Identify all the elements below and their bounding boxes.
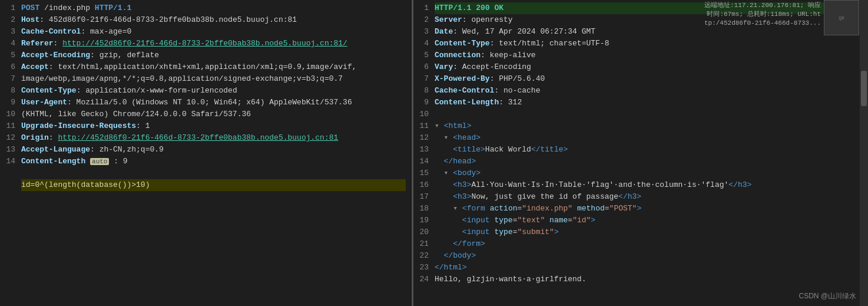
code-token: < bbox=[453, 180, 458, 189]
code-line: Accept-Encoding: gzip, deflate bbox=[21, 50, 406, 61]
line-number: 14 bbox=[0, 156, 15, 167]
code-token: : 9 bbox=[109, 157, 127, 166]
line-number: 5 bbox=[0, 50, 15, 61]
code-token: > bbox=[481, 145, 485, 154]
code-line: Content-Length auto : 9 bbox=[21, 156, 406, 167]
code-line: <h3>Now, just give the id of passage</h3… bbox=[435, 191, 854, 203]
code-token: Accept bbox=[21, 62, 49, 71]
right-scrollbar[interactable] bbox=[860, 0, 868, 306]
code-token: Date bbox=[435, 27, 453, 36]
code-token: : bbox=[54, 39, 63, 48]
code-token: > bbox=[462, 263, 467, 272]
line-number: 4 bbox=[413, 38, 429, 50]
code-token: : bbox=[39, 15, 49, 24]
code-token bbox=[85, 157, 90, 166]
code-token: : PHP/5.6.40 bbox=[490, 74, 545, 83]
line-number: 9 bbox=[0, 97, 15, 108]
code-line: Origin: http://452d86f0-21f6-466d-8733-2… bbox=[21, 132, 406, 144]
code-line bbox=[21, 167, 406, 179]
code-token: h3 bbox=[628, 192, 637, 201]
code-token: </ bbox=[444, 157, 453, 166]
code-token: Host bbox=[21, 15, 39, 24]
code-token: method bbox=[577, 204, 605, 213]
code-token: > bbox=[637, 204, 641, 213]
left-code-area: 1234567891011121314 POST /index.php HTTP… bbox=[0, 0, 412, 193]
code-token: < bbox=[462, 216, 467, 225]
left-panel: 1234567891011121314 POST /index.php HTTP… bbox=[0, 0, 412, 306]
code-token: : bbox=[77, 86, 86, 95]
code-token: Now, just give the id of passage bbox=[471, 192, 618, 201]
code-token: Referer bbox=[21, 39, 54, 48]
code-token: "POST" bbox=[609, 204, 637, 213]
code-token: Upgrade-Insecure-Requests bbox=[21, 121, 136, 130]
code-token: Hack World bbox=[485, 145, 531, 154]
code-token: http://452d86f0-21f6-466d-8733-2bffe0bab… bbox=[58, 133, 338, 142]
code-token: > bbox=[564, 145, 568, 154]
code-token: "id" bbox=[572, 216, 591, 225]
code-token: : keep-alive bbox=[481, 51, 536, 60]
line-number: 3 bbox=[413, 26, 429, 38]
code-token: Content-Type bbox=[21, 86, 77, 95]
line-number: 6 bbox=[0, 61, 15, 73]
right-panel: 远端地址:117.21.200.176:81; 响应 时间:67ms; 总耗时:… bbox=[413, 0, 868, 306]
line-number: 19 bbox=[413, 215, 429, 226]
code-token: > bbox=[481, 239, 485, 248]
line-number: 23 bbox=[413, 262, 429, 274]
line-number: 8 bbox=[0, 85, 15, 97]
code-token: Content-Length bbox=[21, 157, 85, 166]
line-number: 18 bbox=[413, 203, 429, 215]
code-token: application/x-www-form-urlencoded bbox=[85, 86, 237, 95]
code-token: : bbox=[49, 133, 58, 142]
code-line: ▾ <body> bbox=[435, 167, 854, 179]
code-line bbox=[435, 108, 854, 120]
code-token: action bbox=[490, 204, 518, 213]
code-token: ▾ bbox=[435, 121, 444, 130]
code-token: </ bbox=[728, 180, 738, 189]
code-token: : Wed, 17 Apr 2024 06:27:34 GMT bbox=[453, 27, 595, 36]
code-token: : gzip, deflate bbox=[90, 51, 159, 60]
line-number: 12 bbox=[413, 132, 429, 144]
code-token: : text/html; charset=UTF-8 bbox=[490, 39, 609, 48]
code-line: X-Powered-By: PHP/5.6.40 bbox=[435, 73, 854, 85]
code-token: h3 bbox=[458, 192, 467, 201]
code-token: title bbox=[458, 145, 481, 154]
code-token: All·You·Want·Is·In·Table·'flag'·and·the·… bbox=[471, 180, 728, 189]
auto-badge: auto bbox=[90, 158, 109, 165]
code-line: Connection: keep-alive bbox=[435, 50, 854, 61]
code-line: <input type="text" name="id"> bbox=[435, 215, 854, 226]
code-token: form bbox=[462, 239, 481, 248]
code-token: : Accept-Encoding bbox=[453, 62, 531, 71]
code-token: > bbox=[476, 169, 481, 177]
line-number: 10 bbox=[413, 108, 429, 120]
code-token: > bbox=[554, 228, 559, 236]
line-number: 14 bbox=[413, 156, 429, 167]
code-line: User-Agent: Mozilla/5.0 (Windows NT 10.0… bbox=[21, 97, 406, 108]
code-token bbox=[485, 204, 490, 213]
code-token bbox=[435, 157, 444, 166]
code-line: Accept-Language: zh-CN,zh;q=0.9 bbox=[21, 144, 406, 156]
line-number: 20 bbox=[413, 226, 429, 238]
code-token: ▾ bbox=[435, 133, 453, 142]
code-token bbox=[435, 145, 453, 154]
code-line: </head> bbox=[435, 156, 854, 167]
left-line-numbers: 1234567891011121314 bbox=[0, 2, 21, 191]
code-line: </html> bbox=[435, 262, 854, 274]
meta-line3: tp:/452d86f0-21f6-466d-8733... bbox=[704, 19, 821, 28]
code-token: > bbox=[637, 192, 641, 201]
code-token: > bbox=[591, 216, 595, 225]
code-token: body bbox=[453, 251, 471, 260]
code-line: Content-Type: application/x-www-form-url… bbox=[21, 85, 406, 97]
code-token: : Mozilla/5.0 (Windows NT 10.0; Win64; x… bbox=[67, 98, 356, 107]
right-code-lines: HTTP/1.1 200 OKServer: openrestyDate: We… bbox=[435, 2, 860, 285]
code-token: : 312 bbox=[499, 98, 522, 107]
left-code-lines: POST /index.php HTTP/1.1Host: 452d86f0-2… bbox=[21, 2, 412, 191]
code-token: </ bbox=[444, 251, 453, 260]
line-number: 12 bbox=[0, 132, 15, 144]
line-number: 21 bbox=[413, 238, 429, 250]
code-token: type bbox=[494, 228, 512, 236]
code-token: HTTP/1.1 bbox=[95, 4, 131, 12]
code-token: Vary bbox=[435, 62, 453, 71]
code-line: </form> bbox=[435, 238, 854, 250]
code-token bbox=[435, 239, 453, 248]
code-token: = bbox=[605, 204, 609, 213]
